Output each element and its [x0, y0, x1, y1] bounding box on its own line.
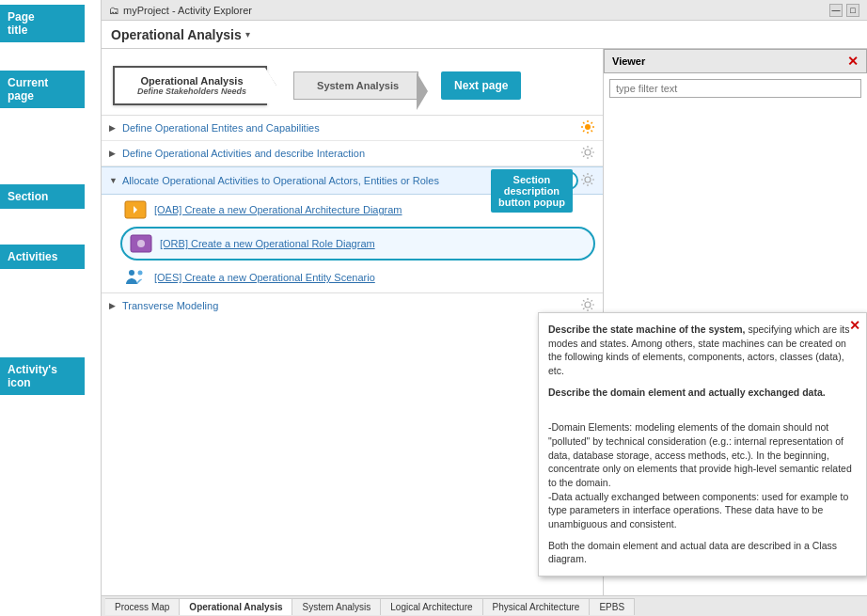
transverse-section[interactable]: ▶ Transverse Modeling [102, 292, 603, 318]
transverse-gear-icon [580, 297, 595, 312]
page-dropdown-arrow[interactable]: ▾ [245, 29, 250, 39]
gear-outline-icon [580, 145, 595, 160]
annotation-current-page: Current page [0, 71, 85, 108]
workflow-step2-label: System Analysis [317, 80, 399, 91]
title-bar: 🗂 myProject - Activity Explorer — □ [102, 0, 867, 21]
section-2-title: Define Operational Activities and descri… [122, 148, 576, 159]
oes-icon-svg [124, 267, 147, 288]
activity-orb-label[interactable]: [ORB] Create a new Operational Role Diag… [160, 238, 375, 249]
svg-point-8 [138, 271, 143, 276]
svg-point-2 [585, 177, 591, 182]
annotation-page-title: Page title [0, 5, 85, 42]
section-desc-btn-popup-label: Section description button popup [491, 169, 573, 213]
content-area: Operational Analysis Define Stakeholders… [102, 49, 867, 595]
popup-para-4-text: Both the domain element and actual data … [548, 540, 837, 565]
gear-icon [580, 119, 595, 134]
activity-oab-icon [124, 198, 147, 221]
right-panel: Viewer ✕ ✕ Describe the state machine of… [604, 49, 867, 595]
annotation-section: Section [0, 184, 85, 209]
transverse-arrow: ▶ [109, 301, 118, 310]
section-2-gear-outline-btn[interactable] [580, 145, 595, 162]
title-bar-label: myProject - Activity Explorer [123, 5, 252, 16]
section-2[interactable]: ▶ Define Operational Activities and desc… [102, 141, 603, 166]
popup-para-3: -Domain Elements: modeling elements of t… [548, 406, 857, 530]
section-1-title: Define Operational Entites and Capabilit… [122, 122, 576, 134]
svg-point-9 [585, 302, 591, 308]
section-1[interactable]: ▶ Define Operational Entites and Capabil… [102, 116, 603, 141]
annotation-activities: Activities [0, 245, 85, 269]
annotation-panel: Page title Current page Section Activiti… [0, 0, 102, 616]
section-1-gear-btn[interactable] [580, 119, 595, 136]
svg-point-7 [129, 270, 134, 276]
section-3-arrow: ▼ [109, 176, 118, 185]
popup-box: ✕ Describe the state machine of the syst… [538, 312, 867, 577]
orb-icon-svg [130, 234, 152, 253]
popup-para-3-text: -Domain Elements: modeling elements of t… [548, 421, 852, 529]
annotation-activity-icon: Activity's icon [0, 357, 85, 395]
activity-oab-label[interactable]: [OAB] Create a new Operational Architect… [154, 204, 402, 215]
popup-para-2: Describe the domain element and actually… [548, 386, 857, 400]
viewer-header: Viewer ✕ [604, 49, 867, 73]
main-area: 🗂 myProject - Activity Explorer — □ Oper… [102, 0, 867, 616]
tab-process-map[interactable]: Process Map [105, 598, 180, 615]
section-1-arrow: ▶ [109, 123, 118, 133]
tab-system-analysis[interactable]: System Analysis [292, 598, 381, 615]
section-3-gear-btn[interactable] [580, 172, 595, 189]
workflow-step-label: Operational Analysis [137, 75, 246, 87]
activity-orb[interactable]: [ORB] Create a new Operational Role Diag… [120, 227, 595, 261]
next-page-label: Next page [441, 71, 521, 100]
activity-oes-label[interactable]: [OES] Create a new Operational Entity Sc… [154, 272, 375, 283]
tab-epbs[interactable]: EPBS [590, 598, 635, 615]
popup-para-2-bold: Describe the domain element and actually… [548, 387, 826, 398]
activity-orb-icon [130, 232, 152, 255]
viewer-title: Viewer [612, 55, 645, 67]
section-2-arrow: ▶ [109, 149, 118, 158]
bottom-tabs: Process Map Operational Analysis System … [102, 595, 867, 616]
workflow-nav: Operational Analysis Define Stakeholders… [102, 56, 603, 116]
tab-logical-architecture[interactable]: Logical Architecture [381, 598, 482, 615]
popup-close-button[interactable]: ✕ [849, 317, 860, 336]
activity-oes-icon [124, 266, 147, 289]
svg-point-0 [585, 124, 591, 130]
maximize-button[interactable]: □ [846, 4, 859, 17]
activity-oes[interactable]: [OES] Create a new Operational Entity Sc… [102, 262, 603, 292]
workflow-step-system-analysis[interactable]: System Analysis [293, 71, 418, 100]
next-page-box: Next page [441, 71, 521, 100]
popup-para-1: Describe the state machine of the system… [548, 323, 857, 378]
title-bar-text: 🗂 myProject - Activity Explorer [109, 5, 252, 16]
viewer-filter-input[interactable] [609, 79, 861, 98]
popup-para-4: Both the domain element and actual data … [548, 539, 857, 566]
title-bar-icon: 🗂 [109, 5, 119, 16]
oab-icon-svg [124, 200, 147, 219]
tab-operational-analysis[interactable]: Operational Analysis [180, 598, 292, 615]
title-bar-controls: — □ [829, 4, 859, 17]
section-3-gear-icon [580, 172, 595, 187]
minimize-button[interactable]: — [829, 4, 843, 17]
workflow-step-operational-analysis[interactable]: Operational Analysis Define Stakeholders… [113, 66, 267, 105]
svg-point-6 [137, 240, 145, 247]
transverse-label: Transverse Modeling [122, 300, 576, 311]
viewer-close-button[interactable]: ✕ [847, 54, 859, 69]
tab-physical-architecture[interactable]: Physical Architecture [483, 598, 591, 615]
page-header: Operational Analysis ▾ [102, 21, 867, 49]
page-title: Operational Analysis [111, 27, 242, 42]
workflow-step-subtitle: Define Stakeholders Needs [137, 87, 246, 96]
svg-point-1 [585, 150, 591, 155]
popup-para-1-bold: Describe the state machine of the system… [548, 324, 746, 335]
section-desc-popup-label-container: Section description button popup [491, 169, 573, 213]
left-panel: Operational Analysis Define Stakeholders… [102, 49, 604, 595]
